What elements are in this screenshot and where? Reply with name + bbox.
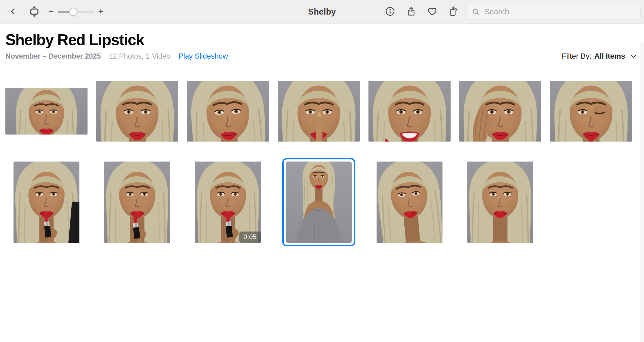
video-thumbnail[interactable]: 0:05 <box>195 162 261 243</box>
portrait-illustration <box>278 81 360 142</box>
photo-thumbnail[interactable] <box>278 81 360 142</box>
photo-thumbnail[interactable] <box>550 81 632 142</box>
photo-thumbnail[interactable] <box>368 81 451 142</box>
toolbar-left-group <box>9 5 104 19</box>
share-icon <box>406 6 416 18</box>
toolbar: Shelby <box>0 0 644 24</box>
album-item-counts: 12 Photos, 1 Video <box>109 52 170 61</box>
portrait-illustration <box>195 162 261 243</box>
photo-thumbnail[interactable] <box>187 81 269 142</box>
portrait-illustration <box>5 88 88 135</box>
search-icon <box>472 8 480 16</box>
back-button[interactable] <box>9 7 17 17</box>
rotate-button[interactable] <box>448 6 458 18</box>
zoom-in-button[interactable] <box>97 8 104 16</box>
portrait-illustration <box>96 81 178 142</box>
portrait-illustration <box>467 162 533 243</box>
play-slideshow-link[interactable]: Play Slideshow <box>179 52 228 61</box>
portrait-illustration <box>459 81 541 142</box>
filter-by-value: All Items <box>594 52 625 61</box>
album-header: Shelby Red Lipstick November – December … <box>0 31 644 61</box>
album-date-range: November – December 2025 <box>5 52 101 61</box>
photo-thumbnail[interactable] <box>459 81 541 142</box>
photo-grid: 0:05 <box>0 81 644 243</box>
photo-thumbnail[interactable] <box>14 162 79 243</box>
plus-icon <box>97 8 104 16</box>
album-subtitle-row: November – December 2025 12 Photos, 1 Vi… <box>5 52 644 61</box>
album-title: Shelby Red Lipstick <box>5 31 644 48</box>
aspect-ratio-button[interactable] <box>28 5 41 19</box>
search-field <box>467 4 641 20</box>
window-title: Shelby <box>308 7 336 17</box>
portrait-illustration <box>187 81 269 142</box>
minus-icon <box>48 8 55 16</box>
photo-thumbnail[interactable] <box>467 162 533 243</box>
album-meta: November – December 2025 12 Photos, 1 Vi… <box>5 52 228 61</box>
rotate-icon <box>448 6 458 18</box>
photo-thumbnail[interactable] <box>377 162 442 243</box>
video-duration-badge: 0:05 <box>239 232 261 243</box>
filter-by-control[interactable]: Filter By: All Items <box>562 52 638 61</box>
portrait-illustration <box>368 81 451 142</box>
zoom-out-button[interactable] <box>48 8 55 16</box>
info-icon <box>385 6 395 18</box>
photo-thumbnail[interactable] <box>5 88 88 135</box>
aspect-ratio-icon <box>28 5 41 19</box>
chevron-down-icon <box>629 52 638 60</box>
info-button[interactable] <box>385 6 395 18</box>
portrait-illustration <box>286 162 352 243</box>
chevron-left-icon <box>9 7 17 17</box>
photo-thumbnail[interactable] <box>96 81 178 142</box>
portrait-illustration <box>14 162 79 243</box>
portrait-illustration <box>377 162 442 243</box>
heart-icon <box>427 6 437 18</box>
photo-thumbnail-selected[interactable] <box>286 162 352 243</box>
scrollbar-track[interactable] <box>640 43 644 342</box>
portrait-illustration <box>104 162 170 243</box>
share-button[interactable] <box>406 6 416 18</box>
search-input[interactable] <box>484 7 635 16</box>
zoom-slider-thumb[interactable] <box>69 8 77 16</box>
toolbar-right-group <box>385 4 641 20</box>
photo-thumbnail[interactable] <box>104 162 170 243</box>
zoom-slider[interactable] <box>58 8 94 16</box>
favorite-button[interactable] <box>427 6 437 18</box>
filter-by-label: Filter By: <box>562 52 592 61</box>
portrait-illustration <box>550 81 632 142</box>
